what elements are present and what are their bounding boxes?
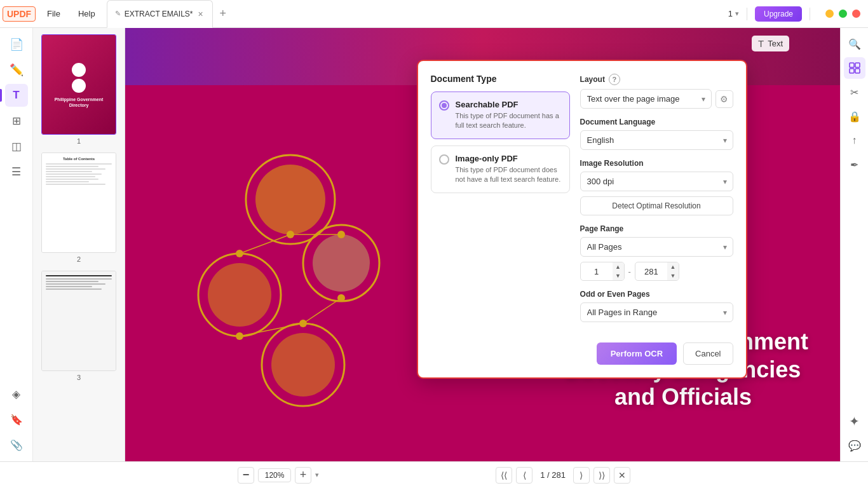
resolution-select[interactable]: 72 dpi 150 dpi 200 dpi 300 dpi 600 dpi <box>580 172 733 191</box>
layout-settings-icon[interactable]: ⚙ <box>715 90 733 108</box>
layout-help-icon[interactable]: ? <box>609 74 620 85</box>
right-chat-icon[interactable]: 💬 <box>844 435 865 456</box>
sidebar-icon-stamp[interactable]: ◫ <box>5 135 28 158</box>
searchable-pdf-radio[interactable] <box>439 100 449 111</box>
thumbnail-3[interactable]: 3 <box>38 271 119 381</box>
zoom-out-button[interactable]: − <box>238 467 254 484</box>
nav-arrow[interactable]: ▾ <box>735 10 739 18</box>
close-button[interactable] <box>852 10 860 18</box>
image-only-pdf-radio[interactable] <box>439 154 449 165</box>
close-view-button[interactable]: ✕ <box>614 467 630 484</box>
sidebar-icon-organize[interactable]: ☰ <box>5 160 28 183</box>
svg-point-14 <box>337 231 345 238</box>
current-page: 1 <box>540 470 545 480</box>
page-display: Philippine Government Directory of Agenc… <box>125 28 840 461</box>
maximize-button[interactable] <box>839 10 847 18</box>
current-page-display: 1 <box>728 9 733 18</box>
thumbnail-1[interactable]: Philippine GovernmentDirectory 1 <box>38 34 119 145</box>
image-only-pdf-label: Image-only PDF <box>456 154 562 163</box>
zoom-dropdown-arrow[interactable]: ▾ <box>315 471 319 479</box>
tab-close-button[interactable]: × <box>197 8 205 20</box>
divider2 <box>810 8 810 20</box>
language-label: Document Language <box>580 118 733 126</box>
page-to-down[interactable]: ▼ <box>667 271 679 280</box>
zoom-value-display[interactable]: 120% <box>258 468 291 482</box>
svg-point-5 <box>271 333 335 396</box>
add-tab-button[interactable]: + <box>214 5 232 23</box>
minimize-button[interactable] <box>825 10 834 18</box>
perform-ocr-button[interactable]: Perform OCR <box>597 342 677 365</box>
tab-label: EXTRACT EMAILS* <box>125 10 193 18</box>
sidebar-icon-attachment[interactable]: 📎 <box>5 433 28 456</box>
right-ocr-icon[interactable] <box>844 57 865 79</box>
svg-point-3 <box>208 263 271 327</box>
page-from-down[interactable]: ▼ <box>613 271 624 280</box>
prev-page-button[interactable]: ⟨ <box>516 467 532 484</box>
divider <box>747 8 747 20</box>
range-separator: - <box>628 267 631 276</box>
page-nav-display: 1 ▾ <box>728 9 739 18</box>
right-redact-icon[interactable]: ✂ <box>844 81 865 103</box>
layout-select[interactable]: Text over the page image Text under the … <box>580 89 712 109</box>
sidebar-icon-document[interactable]: 📄 <box>5 33 28 56</box>
svg-rect-20 <box>850 69 854 73</box>
cancel-button[interactable]: Cancel <box>683 342 733 365</box>
right-ai-icon[interactable]: ✦ <box>844 410 865 432</box>
page-title-line3: and Officials <box>558 383 808 410</box>
file-menu[interactable]: File <box>38 0 69 28</box>
svg-rect-19 <box>855 63 860 67</box>
thumbnail-image-3 <box>41 271 116 371</box>
page-from-up[interactable]: ▲ <box>613 262 624 271</box>
layout-row: Text over the page image Text under the … <box>580 89 733 109</box>
page-to-up[interactable]: ▲ <box>667 262 679 271</box>
page-from-input[interactable] <box>581 264 613 280</box>
language-select[interactable]: English French Spanish <box>580 130 733 150</box>
thumbnail-num-1: 1 <box>77 137 81 145</box>
resolution-label: Image Resolution <box>580 159 733 168</box>
thumbnail-2[interactable]: Table of Contents 2 <box>38 152 119 263</box>
upgrade-button[interactable]: Upgrade <box>755 6 802 22</box>
odd-even-select[interactable]: All Pages in Range Odd Pages Only Even P… <box>580 302 733 322</box>
resolution-group: Image Resolution 72 dpi 150 dpi 200 dpi … <box>580 159 733 215</box>
page-range-label: Page Range <box>580 224 733 233</box>
right-share-icon[interactable]: ↑ <box>844 130 865 151</box>
right-protect-icon[interactable]: 🔒 <box>844 105 865 127</box>
sidebar-icon-bookmark[interactable]: 🔖 <box>5 408 28 431</box>
zoom-controls: − 120% + ▾ <box>238 467 319 484</box>
page-controls: ⟨⟨ ⟨ 1 / 281 ⟩ ⟩⟩ ✕ <box>496 467 630 484</box>
thumbnail-image-1: Philippine GovernmentDirectory <box>41 34 116 135</box>
menu-bar: File Help <box>38 0 104 28</box>
odd-even-group: Odd or Even Pages All Pages in Range Odd… <box>580 290 733 322</box>
image-only-pdf-option[interactable]: Image-only PDF This type of PDF document… <box>431 146 570 193</box>
sidebar-icon-layers[interactable]: ◈ <box>5 383 28 405</box>
page-to-input[interactable] <box>635 264 667 280</box>
app-logo: UPDF <box>0 6 38 22</box>
odd-even-select-wrap: All Pages in Range Odd Pages Only Even P… <box>580 302 733 322</box>
right-search-icon[interactable]: 🔍 <box>844 33 865 55</box>
page-info-display: 1 / 281 <box>536 470 569 480</box>
help-menu[interactable]: Help <box>69 0 104 28</box>
page-to-spinners: ▲ ▼ <box>667 262 679 280</box>
sidebar-icon-edit-text[interactable]: T <box>5 84 28 107</box>
svg-line-10 <box>240 323 303 336</box>
searchable-pdf-option[interactable]: Searchable PDF This type of PDF document… <box>431 92 570 139</box>
svg-point-15 <box>236 332 243 340</box>
first-page-button[interactable]: ⟨⟨ <box>496 467 512 484</box>
right-sidebar: 🔍 ✂ 🔒 ↑ ✒ ✦ 💬 <box>840 28 868 461</box>
next-page-button[interactable]: ⟩ <box>573 467 590 484</box>
searchable-pdf-desc: This type of PDF document has a full tex… <box>456 111 562 131</box>
sidebar-icon-view[interactable]: ⊞ <box>5 109 28 132</box>
sidebar-icon-highlight[interactable]: ✏️ <box>5 58 28 81</box>
logo-text: UPDF <box>3 6 36 22</box>
decorative-svg <box>176 117 417 422</box>
svg-point-1 <box>255 165 325 234</box>
last-page-button[interactable]: ⟩⟩ <box>593 467 610 484</box>
page-range-select[interactable]: All Pages Custom Range Current Page <box>580 237 733 257</box>
page-range-select-wrap: All Pages Custom Range Current Page <box>580 237 733 257</box>
detect-resolution-button[interactable]: Detect Optimal Resolution <box>580 196 733 215</box>
zoom-in-button[interactable]: + <box>295 467 311 484</box>
active-tab[interactable]: ✎ EXTRACT EMAILS* × <box>107 0 213 28</box>
page-from-spinners: ▲ ▼ <box>613 262 624 280</box>
total-pages: 281 <box>552 470 566 480</box>
right-sign-icon[interactable]: ✒ <box>844 154 865 175</box>
